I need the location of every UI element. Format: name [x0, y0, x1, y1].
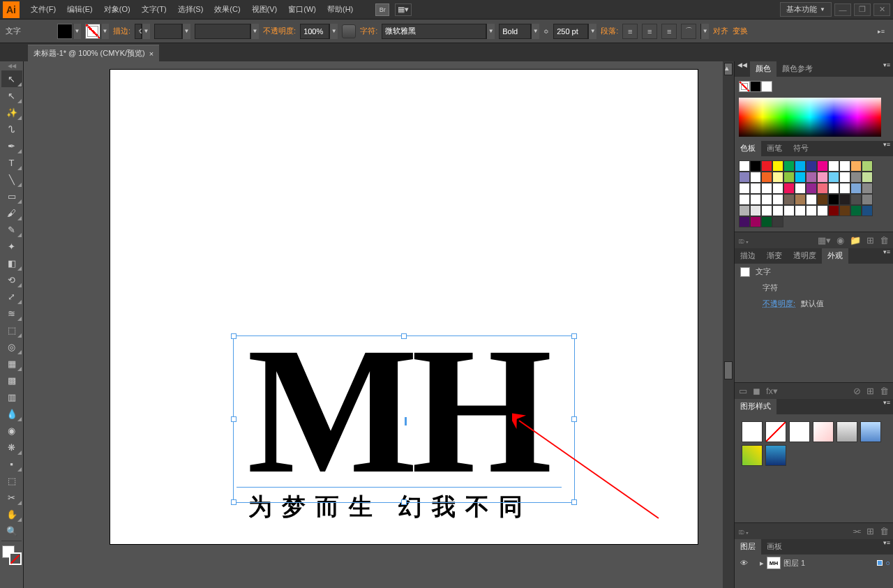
new-group-icon[interactable]: 📁	[850, 235, 861, 246]
swatch-item[interactable]	[839, 183, 850, 194]
break-link-icon[interactable]: ⫘	[852, 526, 861, 536]
appearance-char[interactable]: 字符	[763, 282, 778, 293]
expand-icon[interactable]: ▸	[760, 559, 764, 568]
swatch-item[interactable]	[828, 194, 839, 205]
tab-transparency[interactable]: 透明度	[788, 248, 822, 264]
new-gstyle-icon[interactable]: ⊞	[866, 526, 874, 536]
swatch-item[interactable]	[850, 205, 862, 216]
collapse-icon[interactable]: ◀◀	[735, 61, 750, 77]
swatch-item[interactable]	[828, 205, 839, 216]
transform-panel-label[interactable]: 变换	[733, 26, 748, 36]
swatch-item[interactable]	[862, 172, 873, 183]
rectangle-tool[interactable]: ▭	[1, 188, 22, 204]
menu-edit[interactable]: 编辑(E)	[61, 0, 98, 19]
swatch-item[interactable]	[750, 183, 761, 194]
vertical-scrollbar[interactable]: ▴	[723, 61, 734, 588]
swatch-item[interactable]	[761, 183, 772, 194]
menu-object[interactable]: 对象(O)	[98, 0, 136, 19]
swatch-item[interactable]	[817, 160, 828, 172]
swatch-item[interactable]	[795, 172, 806, 183]
align-right-button[interactable]: ≡	[661, 24, 677, 39]
recolor-art-button[interactable]	[342, 24, 356, 38]
swatch-item[interactable]	[783, 160, 795, 172]
pen-tool[interactable]: ✒	[1, 137, 22, 154]
swatch-item[interactable]	[828, 172, 839, 183]
swatch-item[interactable]	[783, 194, 795, 205]
tab-gradient[interactable]: 渐变	[761, 248, 788, 264]
swatch-item[interactable]	[761, 194, 772, 205]
tab-appearance[interactable]: 外观	[822, 248, 848, 264]
align-panel-label[interactable]: 对齐	[713, 26, 728, 36]
width-tool[interactable]: ≋	[1, 305, 22, 322]
layer-target-icon[interactable]	[877, 560, 883, 566]
gstyle-item[interactable]	[765, 421, 786, 442]
tab-symbols[interactable]: 符号	[788, 141, 814, 156]
panel-menu-icon[interactable]: ▾≡	[880, 248, 893, 264]
font-weight-input[interactable]: Bold	[499, 24, 531, 39]
lasso-tool[interactable]: ᔐ	[1, 121, 22, 137]
swatch-item[interactable]	[783, 172, 795, 183]
swatch-item[interactable]	[862, 160, 873, 172]
panel-menu-icon[interactable]: ▾≡	[880, 399, 893, 414]
menu-help[interactable]: 帮助(H)	[322, 0, 359, 19]
menu-file[interactable]: 文件(F)	[25, 0, 61, 19]
swatch-item[interactable]	[850, 183, 862, 194]
swatch-item[interactable]	[862, 194, 873, 205]
swatch-item[interactable]	[783, 183, 795, 194]
gstyle-item[interactable]	[742, 445, 763, 466]
swatch-item[interactable]	[783, 205, 795, 216]
swatch-item[interactable]	[772, 216, 783, 227]
swatch-item[interactable]	[850, 160, 862, 172]
type-tool[interactable]: T	[1, 154, 22, 171]
clear-icon[interactable]: ⊘	[853, 386, 861, 396]
paintbrush-tool[interactable]: 🖌	[1, 204, 22, 221]
fx-icon[interactable]: fx▾	[766, 386, 778, 396]
gstyle-item[interactable]	[742, 421, 763, 442]
align-left-button[interactable]: ≡	[622, 24, 638, 39]
gstyle-item[interactable]	[813, 421, 834, 442]
swatch-item[interactable]	[750, 205, 761, 216]
swatch-item[interactable]	[772, 160, 783, 172]
menu-effect[interactable]: 效果(C)	[209, 0, 246, 19]
blob-brush-tool[interactable]: ✦	[1, 238, 22, 255]
mesh-tool[interactable]: ▩	[1, 372, 22, 389]
gstyle-item[interactable]	[836, 421, 857, 442]
gstyle-item[interactable]	[765, 445, 786, 466]
panel-menu-icon[interactable]: ▾≡	[880, 61, 893, 77]
menu-select[interactable]: 选择(S)	[172, 0, 209, 19]
opacity-input[interactable]: 100%	[300, 24, 329, 39]
delete-icon[interactable]: 🗑	[880, 386, 889, 396]
swatch-item[interactable]	[862, 183, 873, 194]
swatch-item[interactable]	[739, 183, 750, 194]
new-swatch-icon[interactable]: ⊞	[866, 235, 874, 246]
document-tab[interactable]: 未标题-1* @ 100% (CMYK/预览) ×	[28, 45, 159, 61]
swatch-item[interactable]	[739, 216, 750, 227]
column-graph-tool[interactable]: ▪	[1, 455, 22, 472]
swatch-item[interactable]	[806, 160, 817, 172]
warp-button[interactable]: ⌒	[681, 24, 696, 39]
tab-brushes[interactable]: 画笔	[761, 141, 788, 156]
gradient-tool[interactable]: ▥	[1, 389, 22, 405]
swatch-kind-icon[interactable]: ▦▾	[818, 235, 831, 246]
fill-stroke-indicator[interactable]	[2, 545, 22, 565]
new-stroke-icon[interactable]: ▭	[739, 386, 747, 396]
zoom-tool[interactable]: 🔍	[1, 522, 22, 539]
swatch-item[interactable]	[795, 160, 806, 172]
gstyle-item[interactable]	[860, 421, 881, 442]
brush-def[interactable]	[195, 24, 250, 39]
swatch-item[interactable]	[772, 205, 783, 216]
selection-tool[interactable]: ↖	[1, 70, 22, 87]
align-center-button[interactable]: ≡	[642, 24, 657, 39]
swatch-item[interactable]	[739, 172, 750, 183]
slice-tool[interactable]: ✂	[1, 489, 22, 506]
canvas-text-slogan[interactable]: 为梦而生 幻我不同	[248, 491, 532, 523]
rotate-tool[interactable]: ⟲	[1, 271, 22, 288]
swatch-item[interactable]	[817, 183, 828, 194]
swatch-options-icon[interactable]: ◉	[836, 235, 844, 246]
swatch-item[interactable]	[828, 183, 839, 194]
arrange-docs-icon[interactable]: ▦▾	[395, 3, 412, 16]
scroll-thumb[interactable]	[724, 361, 733, 379]
fill-dropdown[interactable]: ▼	[73, 24, 81, 39]
gstyle-lib-icon[interactable]: ⎄▾	[739, 526, 750, 536]
menu-type[interactable]: 文字(T)	[136, 0, 172, 19]
